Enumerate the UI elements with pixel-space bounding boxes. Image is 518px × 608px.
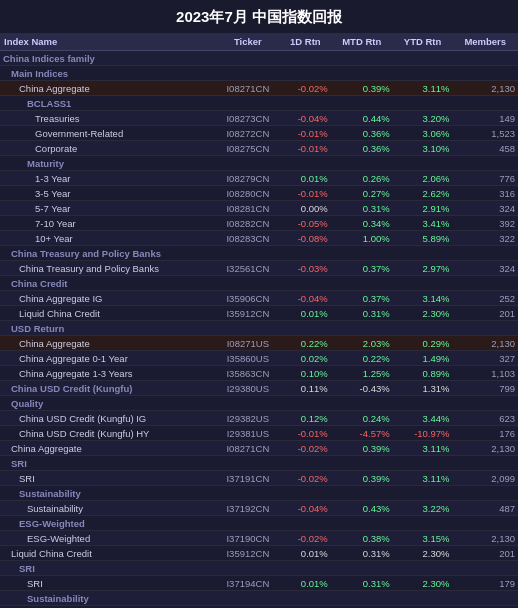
cell-name: SRI <box>0 456 216 471</box>
cell-ytd-rtn: -10.97% <box>393 426 453 441</box>
col-header-1d: 1D Rtn <box>280 33 331 51</box>
cell-name: Sustainability <box>0 486 216 501</box>
cell-mtd-rtn: 0.24% <box>331 411 393 426</box>
cell-ytd-rtn <box>393 276 453 291</box>
cell-mtd-rtn: 0.39% <box>331 471 393 486</box>
cell-mtd-rtn: 0.31% <box>331 546 393 561</box>
cell-mtd-rtn <box>331 96 393 111</box>
cell-ticker <box>216 246 280 261</box>
cell-ytd-rtn: 3.41% <box>393 216 453 231</box>
cell-name: China USD Credit (Kungfu) HY <box>0 426 216 441</box>
cell-1d-rtn: -0.03% <box>280 261 331 276</box>
cell-1d-rtn: -0.02% <box>280 471 331 486</box>
cell-ytd-rtn <box>393 96 453 111</box>
cell-members <box>453 396 518 411</box>
cell-name: SRI <box>0 471 216 486</box>
cell-1d-rtn <box>280 156 331 171</box>
cell-1d-rtn: -0.02% <box>280 81 331 96</box>
cell-mtd-rtn <box>331 66 393 81</box>
cell-ticker: I37191CN <box>216 471 280 486</box>
table-row: China AggregateI08271CN-0.02%0.39%3.11%2… <box>0 441 518 456</box>
cell-1d-rtn <box>280 246 331 261</box>
cell-ytd-rtn: 2.30% <box>393 576 453 591</box>
cell-1d-rtn <box>280 396 331 411</box>
cell-name: USD Return <box>0 321 216 336</box>
cell-name: Liquid China Credit <box>0 546 216 561</box>
table-row: Quality <box>0 396 518 411</box>
cell-mtd-rtn: -0.43% <box>331 381 393 396</box>
cell-members: 458 <box>453 141 518 156</box>
cell-1d-rtn: -0.01% <box>280 141 331 156</box>
cell-1d-rtn <box>280 486 331 501</box>
cell-mtd-rtn <box>331 246 393 261</box>
cell-members: 1,103 <box>453 366 518 381</box>
cell-ticker: I08273CN <box>216 111 280 126</box>
cell-name: Corporate <box>0 141 216 156</box>
cell-mtd-rtn: 0.37% <box>331 261 393 276</box>
cell-members: 324 <box>453 201 518 216</box>
cell-ticker: I29381US <box>216 426 280 441</box>
cell-mtd-rtn: 0.26% <box>331 171 393 186</box>
cell-mtd-rtn: 0.31% <box>331 306 393 321</box>
cell-mtd-rtn: 0.27% <box>331 186 393 201</box>
cell-ytd-rtn: 1.31% <box>393 381 453 396</box>
cell-name: China Aggregate 1-3 Years <box>0 366 216 381</box>
cell-ytd-rtn: 3.22% <box>393 501 453 516</box>
cell-members <box>453 591 518 606</box>
cell-mtd-rtn: 0.36% <box>331 141 393 156</box>
cell-ytd-rtn <box>393 246 453 261</box>
cell-ticker: I35863CN <box>216 366 280 381</box>
cell-1d-rtn: 0.01% <box>280 306 331 321</box>
cell-ticker <box>216 96 280 111</box>
table-row: CorporateI08275CN-0.01%0.36%3.10%458 <box>0 141 518 156</box>
table-row: Sustainability <box>0 591 518 606</box>
cell-ticker <box>216 486 280 501</box>
cell-ytd-rtn: 3.11% <box>393 471 453 486</box>
table-row: Government-RelatedI08272CN-0.01%0.36%3.0… <box>0 126 518 141</box>
table-row: China AggregateI08271CN-0.02%0.39%3.11%2… <box>0 81 518 96</box>
cell-1d-rtn: -0.01% <box>280 186 331 201</box>
cell-members: 2,130 <box>453 441 518 456</box>
cell-1d-rtn <box>280 561 331 576</box>
cell-name: China Aggregate <box>0 81 216 96</box>
cell-members <box>453 96 518 111</box>
cell-mtd-rtn: 0.31% <box>331 576 393 591</box>
cell-ticker: I08271CN <box>216 441 280 456</box>
cell-1d-rtn: -0.08% <box>280 231 331 246</box>
table-row: ESG-WeightedI37190CN-0.02%0.38%3.15%2,13… <box>0 531 518 546</box>
cell-ticker <box>216 276 280 291</box>
table-row: 1-3 YearI08279CN0.01%0.26%2.06%776 <box>0 171 518 186</box>
table-row: China USD Credit (Kungfu)I29380US0.11%-0… <box>0 381 518 396</box>
cell-ticker: I08272CN <box>216 126 280 141</box>
cell-ticker: I08283CN <box>216 231 280 246</box>
cell-members: 322 <box>453 231 518 246</box>
cell-mtd-rtn: 0.39% <box>331 441 393 456</box>
cell-members: 327 <box>453 351 518 366</box>
cell-ytd-rtn <box>393 51 453 66</box>
cell-ytd-rtn: 2.62% <box>393 186 453 201</box>
col-header-members: Members <box>453 33 518 51</box>
cell-ytd-rtn: 3.14% <box>393 291 453 306</box>
cell-ytd-rtn: 1.49% <box>393 351 453 366</box>
cell-mtd-rtn: 0.22% <box>331 351 393 366</box>
cell-1d-rtn <box>280 456 331 471</box>
cell-ticker: I29382US <box>216 411 280 426</box>
cell-members: 316 <box>453 186 518 201</box>
cell-ytd-rtn <box>393 516 453 531</box>
cell-1d-rtn: 0.01% <box>280 171 331 186</box>
cell-mtd-rtn <box>331 561 393 576</box>
col-header-ticker: Ticker <box>216 33 280 51</box>
cell-name: 1-3 Year <box>0 171 216 186</box>
cell-members <box>453 156 518 171</box>
cell-mtd-rtn: 0.36% <box>331 126 393 141</box>
table-row: China AggregateI08271US0.22%2.03%0.29%2,… <box>0 336 518 351</box>
table-row: China USD Credit (Kungfu) HYI29381US-0.0… <box>0 426 518 441</box>
cell-1d-rtn <box>280 591 331 606</box>
cell-ticker: I35860US <box>216 351 280 366</box>
cell-members: 149 <box>453 111 518 126</box>
cell-1d-rtn: -0.01% <box>280 426 331 441</box>
cell-ytd-rtn: 3.06% <box>393 126 453 141</box>
cell-1d-rtn <box>280 516 331 531</box>
cell-ytd-rtn: 3.44% <box>393 411 453 426</box>
table-row: 10+ YearI08283CN-0.08%1.00%5.89%322 <box>0 231 518 246</box>
